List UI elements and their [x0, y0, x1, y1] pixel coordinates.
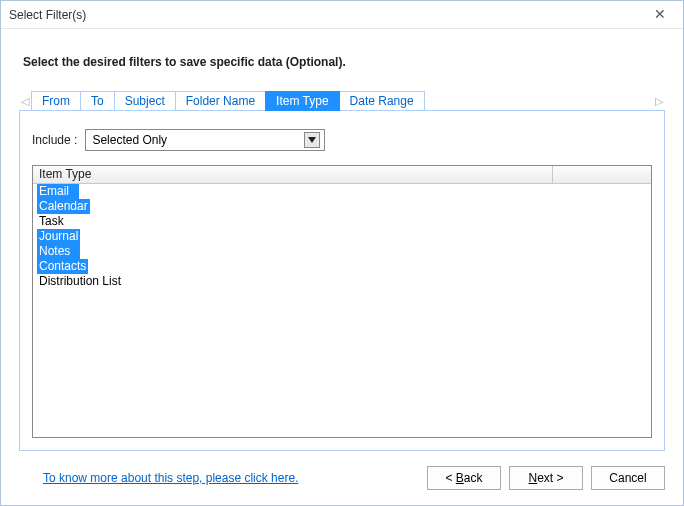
close-icon: ✕ — [654, 6, 666, 22]
include-label: Include : — [32, 133, 77, 147]
list-item[interactable]: Journal — [33, 229, 651, 244]
include-dropdown-value: Selected Only — [92, 133, 304, 147]
list-item-label: Journal — [37, 229, 80, 244]
content-area: Select the desired filters to save speci… — [1, 29, 683, 451]
item-type-listbox: Item Type EmailCalendarTaskJournalNotesC… — [32, 165, 652, 438]
list-item[interactable]: Notes — [33, 244, 651, 259]
tab-date-range[interactable]: Date Range — [339, 91, 425, 111]
chevron-down-icon — [304, 132, 320, 148]
list-item[interactable]: Email — [33, 184, 651, 199]
tab-subject[interactable]: Subject — [114, 91, 176, 111]
window-title: Select Filter(s) — [9, 8, 645, 22]
help-link[interactable]: To know more about this step, please cli… — [43, 471, 427, 485]
tab-scroll-left-icon[interactable]: ◁ — [19, 95, 31, 108]
close-button[interactable]: ✕ — [645, 5, 675, 25]
back-button[interactable]: < Back — [427, 466, 501, 490]
instruction-text: Select the desired filters to save speci… — [23, 55, 665, 69]
include-row: Include : Selected Only — [32, 129, 652, 151]
list-item[interactable]: Calendar — [33, 199, 651, 214]
list-header-col[interactable]: Item Type — [33, 166, 553, 183]
cancel-button[interactable]: Cancel — [591, 466, 665, 490]
list-item-label: Calendar — [37, 199, 90, 214]
svg-marker-0 — [308, 137, 316, 143]
next-button[interactable]: Next > — [509, 466, 583, 490]
list-header-spacer — [553, 166, 651, 183]
list-body[interactable]: EmailCalendarTaskJournalNotesContactsDis… — [33, 184, 651, 437]
tab-row: ◁ FromToSubjectFolder NameItem TypeDate … — [19, 91, 665, 111]
tab-scroll-right-icon[interactable]: ▷ — [653, 95, 665, 108]
list-header: Item Type — [33, 166, 651, 184]
tab-item-type[interactable]: Item Type — [265, 91, 339, 111]
list-item-label: Task — [37, 214, 66, 229]
tab-from[interactable]: From — [31, 91, 81, 111]
select-filters-dialog: Select Filter(s) ✕ Select the desired fi… — [0, 0, 684, 506]
footer: To know more about this step, please cli… — [1, 451, 683, 505]
tab-to[interactable]: To — [80, 91, 115, 111]
tab-folder-name[interactable]: Folder Name — [175, 91, 266, 111]
list-item-label: Contacts — [37, 259, 88, 274]
list-item[interactable]: Contacts — [33, 259, 651, 274]
list-item[interactable]: Task — [33, 214, 651, 229]
list-item-label: Notes — [37, 244, 80, 259]
titlebar: Select Filter(s) ✕ — [1, 1, 683, 29]
include-dropdown[interactable]: Selected Only — [85, 129, 325, 151]
list-item[interactable]: Distribution List — [33, 274, 651, 289]
button-row: < Back Next > Cancel — [427, 466, 665, 490]
tabs-container: FromToSubjectFolder NameItem TypeDate Ra… — [31, 91, 653, 111]
list-item-label: Distribution List — [37, 274, 123, 289]
list-item-label: Email — [37, 184, 79, 199]
tab-panel: Include : Selected Only Item Type EmailC… — [19, 110, 665, 451]
